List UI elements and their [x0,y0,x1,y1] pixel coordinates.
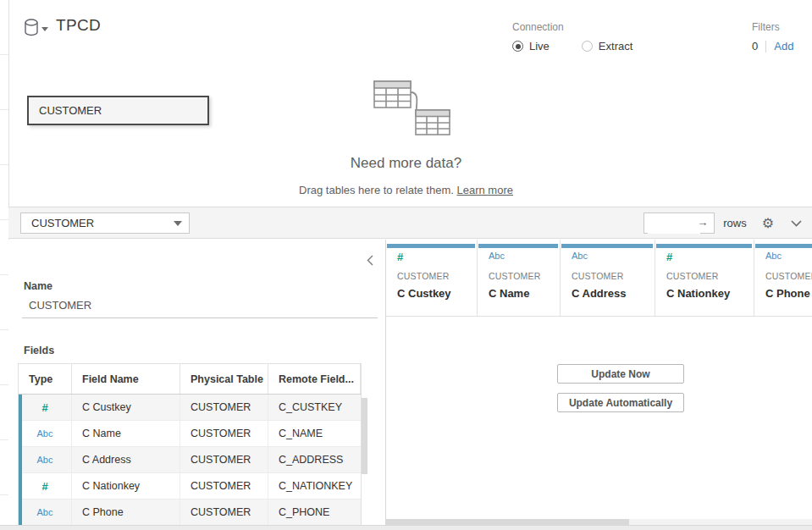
cell-field-name: C Nationkey [72,473,180,499]
grid-column-header[interactable]: AbcCUSTOMERC Phone [755,240,812,316]
chevron-down-icon[interactable] [791,220,802,227]
filters-label: Filters [752,21,793,33]
cell-field-name: C Address [72,447,180,472]
string-type-icon: Abc [19,500,72,525]
cell-remote-field: C_PHONE [268,500,361,525]
table-select-caret-icon [174,221,182,226]
page-title: TPCD [56,16,101,35]
name-label: Name [24,280,52,292]
rows-label: rows [723,217,746,229]
column-accent-strip [478,244,558,248]
fields-table: TypeField NamePhysical TableRemote Field… [18,363,362,530]
metadata-panel: Name Fields TypeField NamePhysical Table… [8,240,386,530]
column-table-label: CUSTOMER [666,271,719,281]
learn-more-link[interactable]: Learn more [456,184,512,196]
grid-column-header[interactable]: #CUSTOMERC Nationkey [656,240,754,316]
rows-arrow-icon: → [697,216,708,229]
column-field-name: C Address [572,287,627,300]
filters-divider [765,41,766,52]
rows-count-field[interactable] [648,214,700,234]
update-now-button[interactable]: Update Now [557,364,684,384]
update-automatically-button[interactable]: Update Automatically [557,393,684,412]
column-accent-strip [387,244,475,248]
table-select[interactable]: CUSTOMER [20,213,190,234]
radio-live-circle [512,41,523,52]
fields-table-scrollbar-thumb[interactable] [362,398,367,474]
string-type-icon: Abc [19,447,72,472]
number-type-icon: # [397,251,403,263]
cell-field-name: C Name [72,421,180,446]
cell-remote-field: C_ADDRESS [268,447,361,472]
number-type-icon: # [19,395,72,420]
column-field-name: C Custkey [397,287,451,300]
connection-section: Connection Live Extract [512,21,665,52]
column-field-name: C Name [489,287,529,300]
column-table-label: CUSTOMER [397,271,450,281]
fields-table-selection-bar [19,395,22,530]
fields-table-row[interactable]: AbcC PhoneCUSTOMERC_PHONE [19,500,361,526]
fields-table-row[interactable]: #C NationkeyCUSTOMERC_NATIONKEY [19,473,361,500]
drag-tables-text: Drag tables here to relate them. [299,184,454,196]
column-table-label: CUSTOMER [489,271,541,281]
relate-tables-graphic [371,78,452,141]
cell-remote-field: C_CUSTKEY [268,395,361,420]
canvas-table-chip[interactable]: CUSTOMER [27,96,209,125]
string-type-icon: Abc [489,251,505,261]
cell-remote-field: C_NAME [268,421,361,446]
datagrid-toolbar: CUSTOMER → rows ⚙ [8,207,812,239]
cell-field-name: C Phone [72,500,180,525]
fields-header-cell[interactable]: Remote Field... [268,364,361,394]
filters-count: 0 [752,40,758,52]
database-icon [24,19,39,39]
radio-live[interactable]: Live [512,40,550,52]
grid-column-header[interactable]: #CUSTOMERC Custkey [387,240,478,316]
need-more-data-headline: Need more data? [0,155,812,172]
cell-field-name: C Custkey [72,395,180,420]
string-type-icon: Abc [765,251,782,261]
string-type-icon: Abc [19,421,72,446]
column-field-name: C Phone [765,287,810,300]
cell-physical-table: CUSTOMER [180,447,268,472]
column-accent-strip [656,244,752,248]
filters-section: Filters 0 Add [752,21,793,52]
name-input-underline [22,317,378,318]
fields-table-row[interactable]: #C CustkeyCUSTOMERC_CUSTKEY [19,395,361,421]
page-bottom-scrollbar[interactable] [0,525,812,530]
column-table-label: CUSTOMER [765,271,812,281]
radio-extract[interactable]: Extract [582,40,632,52]
column-field-name: C Nationkey [666,287,730,300]
grid-column-header[interactable]: AbcCUSTOMERC Address [561,240,655,316]
fields-header-cell[interactable]: Field Name [72,364,180,394]
connection-label: Connection [512,21,665,33]
column-table-label: CUSTOMER [572,271,624,281]
column-accent-strip [561,244,653,248]
data-grid-header: #CUSTOMERC CustkeyAbcCUSTOMERC NameAbcCU… [386,240,812,317]
radio-extract-circle [582,41,593,52]
number-type-icon: # [19,473,72,499]
cell-physical-table: CUSTOMER [180,395,268,420]
fields-table-row[interactable]: AbcC NameCUSTOMERC_NAME [19,421,361,447]
fields-table-scrollbar[interactable] [362,398,367,529]
collapse-panel-icon[interactable] [367,255,373,268]
database-caret-icon [41,27,48,31]
filters-add-link[interactable]: Add [774,40,793,52]
database-menu-button[interactable] [24,19,48,39]
cell-physical-table: CUSTOMER [180,473,268,499]
string-type-icon: Abc [572,251,588,261]
cell-remote-field: C_NATIONKEY [268,473,361,499]
cell-physical-table: CUSTOMER [180,500,268,525]
datasource-page: TPCD Connection Live Extract Filters 0 A… [0,0,812,530]
fields-table-header: TypeField NamePhysical TableRemote Field… [19,364,361,395]
fields-table-row[interactable]: AbcC AddressCUSTOMERC_ADDRESS [19,447,361,473]
gear-icon[interactable]: ⚙ [762,217,774,230]
fields-header-cell[interactable]: Physical Table [180,364,268,394]
column-accent-strip [755,244,812,248]
rows-count-input[interactable]: → [644,213,715,234]
number-type-icon: # [666,251,672,263]
grid-column-header[interactable]: AbcCUSTOMERC Name [478,240,561,316]
fields-header-cell[interactable]: Type [19,364,72,394]
name-input[interactable] [27,298,369,312]
cell-physical-table: CUSTOMER [180,421,268,446]
table-select-value: CUSTOMER [31,217,174,229]
drag-tables-hint: Drag tables here to relate them. Learn m… [0,184,812,196]
